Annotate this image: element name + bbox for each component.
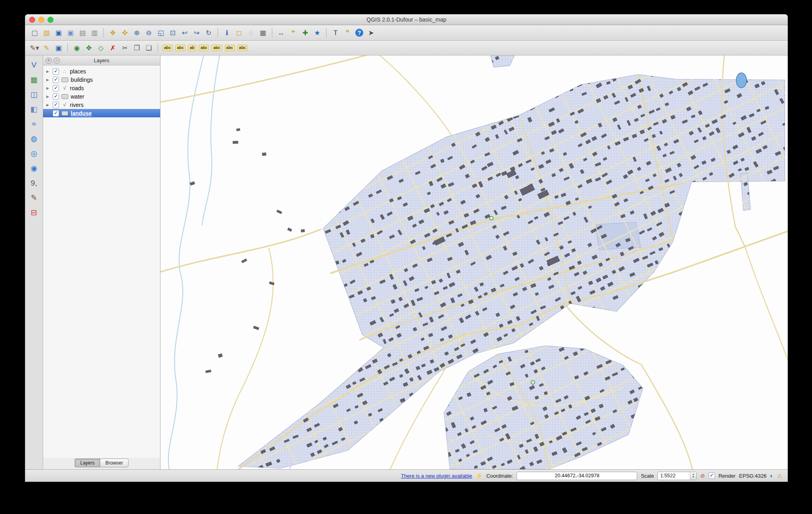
layer-label: roads	[70, 85, 84, 91]
layer-item-landuse[interactable]: ▶✓landuse	[43, 109, 160, 117]
move-feature-icon[interactable]: ✥	[83, 43, 94, 53]
label-move-icon[interactable]: abc	[199, 45, 209, 51]
save-project-icon[interactable]: ▣	[53, 28, 64, 38]
zoom-to-selection-icon[interactable]: ⊡	[167, 28, 178, 38]
toggle-editing-icon[interactable]: ✎	[41, 43, 52, 53]
label-properties-icon[interactable]: abc	[238, 45, 248, 51]
coordinate-field[interactable]: 20.44672,-34.02978	[517, 472, 637, 480]
layer-visibility-checkbox[interactable]: ✓	[53, 68, 59, 75]
add-spatialite-layer-icon[interactable]: ◧	[28, 103, 40, 115]
new-plugin-link[interactable]: There is a new plugin available	[401, 473, 472, 479]
minimize-window-icon[interactable]	[38, 17, 44, 23]
disclosure-icon[interactable]: ▶	[46, 78, 50, 82]
paste-features-icon[interactable]: ❏	[143, 43, 154, 53]
add-postgis-layer-icon[interactable]: ◫	[28, 88, 40, 100]
save-project-as-icon[interactable]: ▣	[65, 28, 76, 38]
label-pin-icon[interactable]: abc	[175, 45, 185, 51]
layer-item-places[interactable]: ▶✓∴places	[43, 67, 160, 75]
layer-item-buildings[interactable]: ▶✓buildings	[43, 75, 160, 84]
toolbar-separator	[67, 43, 68, 53]
zoom-in-icon[interactable]: ⊕	[131, 28, 142, 38]
new-spatialite-layer-icon[interactable]: 9,	[28, 177, 40, 189]
scale-stepper-icon[interactable]: ▲▼	[690, 472, 696, 480]
disclosure-icon[interactable]: ▶	[46, 111, 50, 115]
layer-item-rivers[interactable]: ▶✓√rivers	[43, 101, 160, 109]
render-checkbox[interactable]: ✓	[709, 472, 715, 479]
pan-map-icon[interactable]: ✥	[107, 28, 118, 38]
layer-item-water[interactable]: ▶✓water	[43, 92, 160, 101]
add-wfs-layer-icon[interactable]: ◉	[28, 162, 40, 174]
labeling-icon[interactable]: abc	[162, 45, 172, 51]
add-wcs-layer-icon[interactable]: ◎	[28, 147, 40, 159]
zoom-full-icon[interactable]: ◱	[155, 28, 166, 38]
disclosure-icon[interactable]: ▶	[46, 86, 50, 90]
layer-visibility-checkbox[interactable]: ✓	[53, 85, 59, 91]
copy-features-icon[interactable]: ❐	[131, 43, 142, 53]
cut-features-icon[interactable]: ✂	[119, 43, 130, 53]
panel-float-icon[interactable]: ◦	[53, 57, 60, 64]
label-change-icon[interactable]: abc	[225, 45, 235, 51]
disclosure-icon[interactable]: ▶	[46, 103, 50, 107]
add-vector-layer-icon[interactable]: V	[28, 59, 40, 71]
layer-visibility-checkbox[interactable]: ✓	[53, 77, 59, 83]
tab-browser[interactable]: Browser	[100, 459, 129, 467]
add-wms-layer-icon[interactable]: ◍	[28, 132, 40, 144]
layer-label: places	[70, 68, 86, 75]
map-canvas[interactable]	[160, 55, 788, 469]
whats-this-icon[interactable]: ➤	[366, 28, 376, 38]
show-bookmarks-icon[interactable]: ★	[312, 28, 323, 38]
stop-render-icon[interactable]: ⊘	[700, 473, 705, 478]
zoom-last-icon[interactable]: ↩	[179, 28, 190, 38]
close-window-icon[interactable]	[29, 17, 35, 23]
map-render[interactable]	[160, 55, 788, 469]
current-edits-icon[interactable]: ✎▾	[29, 43, 40, 53]
save-layer-edits-icon[interactable]: ▣	[53, 43, 64, 53]
composer-manager-icon[interactable]: ▥	[89, 28, 100, 38]
tab-layers[interactable]: Layers	[75, 459, 100, 467]
node-tool-icon[interactable]: ◇	[95, 43, 106, 53]
label-rotate-icon[interactable]: abc	[212, 45, 222, 51]
crs-status-icon[interactable]: ◐	[770, 473, 773, 478]
map-tips-icon[interactable]: ❝	[288, 28, 299, 38]
layer-label: rivers	[70, 102, 83, 108]
layer-visibility-checkbox[interactable]: ✓	[53, 93, 59, 100]
render-label: Render	[719, 473, 736, 479]
message-log-icon[interactable]: ⚠	[777, 473, 782, 478]
layer-visibility-checkbox[interactable]: ✓	[53, 102, 59, 108]
attribute-table-icon[interactable]: ▦	[257, 28, 268, 38]
plugin-icon[interactable]: ⚡	[476, 473, 483, 478]
label-highlight-icon[interactable]: ab	[188, 45, 196, 51]
disclosure-icon[interactable]: ▶	[46, 95, 50, 99]
annotation-icon[interactable]: ❞	[342, 28, 353, 38]
new-composer-icon[interactable]: ▤	[77, 28, 88, 38]
layer-item-roads[interactable]: ▶✓√roads	[43, 84, 160, 92]
panel-close-icon[interactable]: ×	[46, 57, 52, 64]
identify-icon[interactable]: ℹ	[222, 28, 232, 38]
polygon-layer-icon	[61, 94, 68, 99]
select-features-icon[interactable]: ◻	[234, 28, 244, 38]
zoom-next-icon[interactable]: ↪	[191, 28, 202, 38]
add-raster-layer-icon[interactable]: ▦	[28, 73, 40, 85]
delete-selected-icon[interactable]: ✗	[107, 43, 118, 53]
status-bar: There is a new plugin available ⚡ Coordi…	[25, 469, 788, 482]
pan-to-selection-icon[interactable]: ✜	[119, 28, 130, 38]
new-project-icon[interactable]: ▢	[29, 28, 40, 38]
new-shapefile-layer-icon[interactable]: ✎	[28, 192, 40, 204]
disclosure-icon[interactable]: ▶	[46, 69, 50, 73]
zoom-window-icon[interactable]	[48, 17, 53, 23]
layer-visibility-checkbox[interactable]: ✓	[53, 110, 59, 117]
help-icon[interactable]: ?	[355, 29, 363, 37]
refresh-map-icon[interactable]: ↻	[203, 28, 214, 38]
add-mssql-layer-icon[interactable]: ≈	[28, 118, 40, 130]
open-project-icon[interactable]: ▨	[41, 28, 52, 38]
new-bookmark-icon[interactable]: ✚	[300, 28, 311, 38]
add-feature-icon[interactable]: ◉	[71, 43, 82, 53]
zoom-out-icon[interactable]: ⊖	[143, 28, 154, 38]
remove-layer-icon[interactable]: ⊟	[28, 206, 40, 218]
text-annotation-icon[interactable]: T	[330, 28, 341, 38]
point-layer-icon: ∴	[61, 69, 67, 74]
scale-combo[interactable]: 1:5522 ▲▼	[658, 472, 697, 480]
deselect-features-icon[interactable]: ◌	[246, 28, 256, 38]
measure-icon[interactable]: ↔	[276, 28, 287, 38]
title-bar[interactable]: QGIS 2.0.1-Dufour – basic_map	[25, 14, 788, 25]
